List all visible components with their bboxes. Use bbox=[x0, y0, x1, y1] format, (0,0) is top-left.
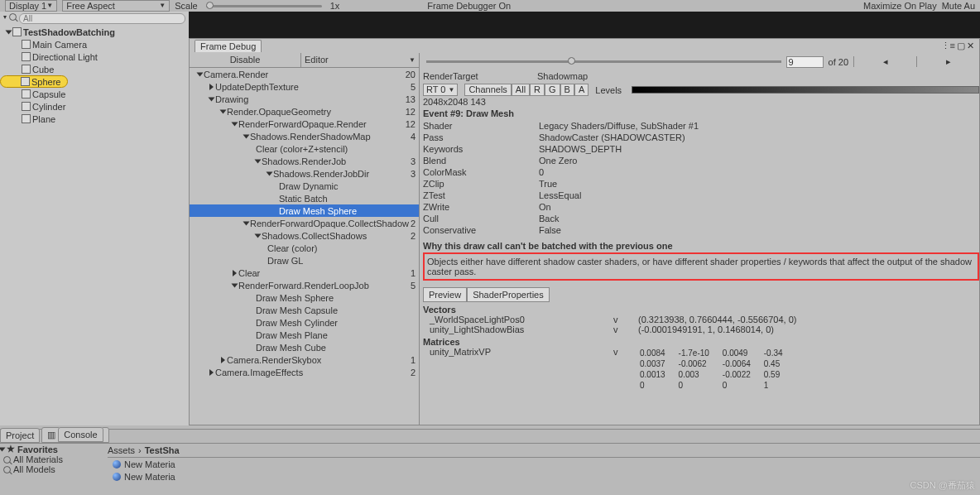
hierarchy-root[interactable]: TestShadowBatching bbox=[0, 26, 189, 38]
frame-debugger-label: Frame Debugger On bbox=[427, 1, 511, 11]
tree-node[interactable]: Draw Dynamic bbox=[190, 180, 419, 192]
tree-node[interactable]: Draw Mesh Sphere bbox=[190, 204, 419, 217]
event-total: of 20 bbox=[825, 57, 852, 67]
create-dropdown[interactable]: ▾ bbox=[3, 13, 7, 24]
tree-node[interactable]: Draw Mesh Cylinder bbox=[190, 316, 419, 329]
window-menu-icon[interactable]: ⋮≡ bbox=[941, 41, 955, 51]
hierarchy-item[interactable]: Cylinder bbox=[0, 100, 189, 113]
tree-node[interactable]: RenderForward.RenderLoopJob5 bbox=[190, 279, 419, 291]
tree-node[interactable]: Shadows.RenderShadowMap4 bbox=[190, 130, 419, 142]
matrix-table: 0.0084-1.7e-100.0049-0.340.0037-0.0062-0… bbox=[638, 347, 796, 392]
material-item[interactable]: New Materia bbox=[108, 458, 980, 470]
tree-node[interactable]: Camera.ImageEffects2 bbox=[190, 366, 419, 378]
maximize-toggle[interactable]: Maximize On Play bbox=[863, 1, 937, 11]
mute-toggle[interactable]: Mute Au bbox=[942, 1, 975, 11]
aspect-dropdown[interactable]: Free Aspect▼ bbox=[62, 0, 170, 12]
console-tab[interactable]: ▥ Console bbox=[41, 427, 108, 443]
levels-slider[interactable] bbox=[632, 86, 979, 94]
prev-event-button[interactable]: ◂ bbox=[853, 56, 916, 67]
all-models[interactable]: All Models bbox=[0, 464, 108, 474]
display-dropdown[interactable]: Display 1 ▼ bbox=[5, 0, 57, 12]
tree-node[interactable]: Draw Mesh Cube bbox=[190, 341, 419, 353]
tree-node[interactable]: RenderForwardOpaque.CollectShadow2 bbox=[190, 217, 419, 229]
editor-dropdown[interactable]: Editor▼ bbox=[301, 53, 419, 67]
tree-node[interactable]: Draw GL bbox=[190, 254, 419, 267]
batch-why-heading: Why this draw call can't be batched with… bbox=[423, 241, 979, 251]
shader-properties-table: ShaderLegacy Shaders/Diffuse, SubShader … bbox=[423, 120, 979, 236]
top-toolbar: Display 1 ▼ Free Aspect▼ Scale 1x Frame … bbox=[0, 0, 980, 12]
frame-debug-tab[interactable]: Frame Debug bbox=[195, 40, 262, 52]
tree-node[interactable]: RenderForwardOpaque.Render12 bbox=[190, 118, 419, 130]
event-slider[interactable] bbox=[426, 60, 781, 63]
event-index-input[interactable] bbox=[786, 56, 824, 68]
material-item[interactable]: New Materia bbox=[108, 470, 980, 483]
window-close-icon[interactable]: ✕ bbox=[967, 41, 974, 51]
tree-node[interactable]: Clear (color) bbox=[190, 242, 419, 254]
vectors-heading: Vectors bbox=[423, 305, 979, 315]
event-tree[interactable]: Camera.Render20UpdateDepthTexture5Drawin… bbox=[190, 68, 419, 425]
project-tab[interactable]: Project bbox=[0, 428, 40, 443]
next-event-button[interactable]: ▸ bbox=[916, 56, 979, 67]
favorites-heading[interactable]: ★ Favorites bbox=[0, 444, 108, 454]
batch-why-text: Objects either have different shadow cas… bbox=[423, 252, 979, 281]
render-target-label: RenderTarget bbox=[423, 71, 531, 81]
tree-node[interactable]: Shadows.RenderJob3 bbox=[190, 155, 419, 167]
matrices-heading: Matrices bbox=[423, 337, 979, 347]
hierarchy-item[interactable]: Directional Light bbox=[0, 50, 189, 63]
tree-node[interactable]: Camera.RenderSkybox1 bbox=[190, 353, 419, 366]
scale-label: Scale bbox=[175, 1, 198, 11]
tree-node[interactable]: Shadows.RenderJobDir3 bbox=[190, 167, 419, 180]
hierarchy-panel: ▾ TestShadowBatching Main CameraDirectio… bbox=[0, 12, 189, 425]
project-panel: Project ▥ Console ★ Favorites All Materi… bbox=[0, 429, 980, 495]
tree-node[interactable]: Drawing13 bbox=[190, 93, 419, 105]
render-target-value: Shadowmap bbox=[537, 71, 588, 81]
hierarchy-item[interactable]: Main Camera bbox=[0, 38, 189, 50]
tree-node[interactable]: Draw Mesh Sphere bbox=[190, 291, 419, 304]
tree-node[interactable]: Clear1 bbox=[190, 267, 419, 279]
tree-node[interactable]: Render.OpaqueGeometry12 bbox=[190, 105, 419, 118]
matrix-name: unity_MatrixVP bbox=[423, 347, 613, 392]
shader-properties-tab[interactable]: ShaderProperties bbox=[467, 287, 550, 302]
hierarchy-search-input[interactable] bbox=[19, 13, 185, 24]
hierarchy-item[interactable]: Capsule bbox=[0, 88, 189, 100]
breadcrumb[interactable]: Assets › TestSha bbox=[108, 444, 980, 458]
tree-node[interactable]: Draw Mesh Capsule bbox=[190, 304, 419, 316]
preview-tab[interactable]: Preview bbox=[423, 287, 467, 302]
event-title: Event #9: Draw Mesh bbox=[423, 108, 979, 118]
disable-button[interactable]: Disable bbox=[190, 53, 301, 67]
frame-debug-window: Frame Debug ⋮≡ ▢ ✕ Disable Editor▼ Camer… bbox=[189, 38, 980, 425]
tree-node[interactable]: Shadows.CollectShadows2 bbox=[190, 229, 419, 242]
search-icon bbox=[9, 13, 17, 21]
watermark: CSDN @番茄猿 bbox=[910, 479, 975, 492]
hierarchy-item[interactable]: Sphere bbox=[0, 75, 68, 88]
channel-buttons[interactable]: ChannelsAllRGBA bbox=[464, 84, 588, 96]
scale-slider[interactable] bbox=[206, 5, 322, 7]
vector-row: _WorldSpaceLightPos0v(0.3213938, 0.76604… bbox=[423, 315, 979, 324]
tree-node[interactable]: Clear (color+Z+stencil) bbox=[190, 142, 419, 155]
tree-node[interactable]: UpdateDepthTexture5 bbox=[190, 80, 419, 93]
game-view bbox=[189, 12, 980, 38]
all-materials[interactable]: All Materials bbox=[0, 454, 108, 464]
hierarchy-item[interactable]: Cube bbox=[0, 63, 189, 75]
tree-node[interactable]: Camera.Render20 bbox=[190, 68, 419, 80]
hierarchy-item[interactable]: Plane bbox=[0, 113, 189, 125]
vector-row: unity_LightShadowBiasv(-0.0001949191, 1,… bbox=[423, 324, 979, 334]
tree-node[interactable]: Draw Mesh Plane bbox=[190, 329, 419, 341]
rt-dropdown[interactable]: RT 0▼ bbox=[423, 84, 458, 96]
scale-value: 1x bbox=[330, 1, 340, 11]
rt-dimensions: 2048x2048 143 bbox=[423, 97, 979, 107]
levels-label: Levels bbox=[595, 85, 622, 95]
tree-node[interactable]: Static Batch bbox=[190, 192, 419, 204]
window-maximize-icon[interactable]: ▢ bbox=[957, 41, 965, 51]
